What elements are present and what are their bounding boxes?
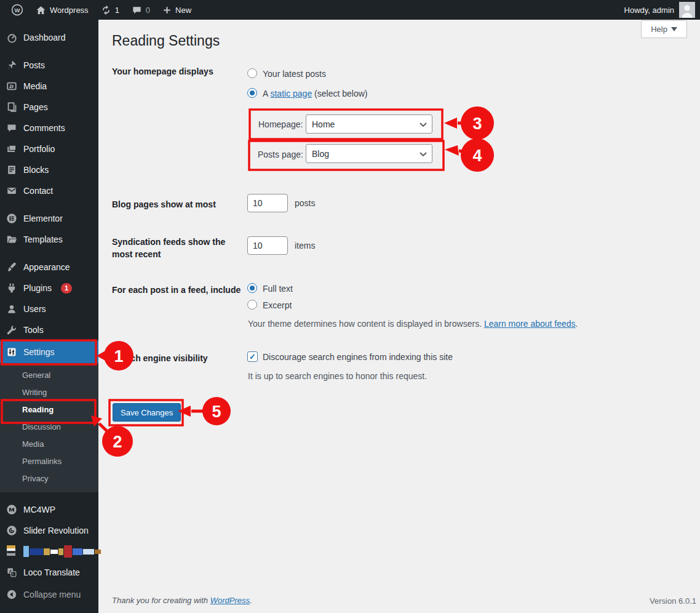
static-prefix: A — [263, 89, 270, 98]
sidebar-item-label: Slider Revolution — [23, 526, 89, 535]
portfolio-icon — [6, 143, 18, 155]
brush-icon — [6, 261, 18, 273]
sidebar-item-portfolio[interactable]: Portfolio — [0, 138, 98, 159]
sidebar-item-mc4wp[interactable]: MC4WP — [0, 499, 98, 520]
comment-bubble-icon — [132, 5, 142, 15]
dashboard-icon — [6, 31, 18, 44]
posts-page-select[interactable]: Blog — [306, 144, 432, 163]
updates-icon — [101, 5, 111, 15]
collapse-menu-button[interactable]: Collapse menu — [0, 584, 98, 605]
homepage-displays-label: Your homepage displays — [112, 65, 213, 78]
help-button[interactable]: Help — [641, 20, 687, 38]
sidebar-item-users[interactable]: Users — [0, 298, 98, 319]
posts-page-select-label: Posts page: — [258, 150, 303, 159]
learn-more-feeds-link[interactable]: Learn more about feeds — [484, 319, 576, 329]
site-name-menu[interactable]: Wordpress — [30, 0, 95, 20]
comments-count: 0 — [146, 6, 150, 15]
sidebar-item-label: Posts — [23, 60, 45, 70]
sidebar-item-dashboard[interactable]: Dashboard — [0, 27, 98, 48]
envelope-icon — [6, 185, 18, 197]
blog-pages-label: Blog pages show at most — [112, 198, 216, 210]
sidebar-item-posts[interactable]: Posts — [0, 55, 98, 76]
sidebar-item-label: Templates — [23, 234, 63, 244]
save-changes-button[interactable]: Save Changes — [113, 403, 181, 422]
annotation-number-4: 4 — [472, 146, 482, 165]
updates-indicator[interactable]: 1 — [95, 0, 125, 20]
pages-icon — [6, 101, 18, 113]
help-label: Help — [651, 25, 667, 34]
blog-pages-input[interactable] — [247, 194, 288, 212]
sidebar-item-contact[interactable]: Contact — [0, 180, 98, 201]
admin-bar: W Wordpress 1 0 — [0, 0, 700, 20]
plugins-update-badge: 1 — [61, 283, 72, 294]
wordpress-admin-screen: W Wordpress 1 0 — [0, 0, 700, 613]
syndication-input[interactable] — [247, 236, 288, 255]
static-page-link[interactable]: static page — [270, 89, 312, 98]
visibility-label: Search engine visibility — [112, 352, 208, 364]
annotation-arrowhead-3 — [444, 118, 457, 129]
sidebar-item-slider-revolution[interactable]: Slider Revolution — [0, 520, 98, 541]
wordpress-logo-icon: W — [11, 4, 23, 16]
feed-note-text: Your theme determines how content is dis… — [248, 319, 484, 329]
sidebar-item-settings[interactable]: Settings — [0, 340, 98, 363]
comments-indicator[interactable]: 0 — [125, 0, 156, 20]
excerpt-label[interactable]: Excerpt — [263, 300, 292, 310]
sidebar-item-plugins[interactable]: Plugins 1 — [0, 278, 98, 298]
plugin-icon — [6, 282, 18, 294]
pushpin-icon — [6, 59, 18, 71]
sidebar-item-label: Dashboard — [23, 33, 66, 42]
submenu-item-permalinks[interactable]: Permalinks — [0, 453, 98, 470]
sidebar-item-loco-translate[interactable]: At Loco Translate — [0, 562, 98, 583]
thanks-prefix: Thank you for creating with — [112, 596, 210, 605]
static-page-label: A static page (select below) — [263, 89, 367, 98]
new-label: New — [175, 6, 191, 15]
sidebar-item-label: Settings — [23, 347, 55, 357]
new-content-menu[interactable]: New — [156, 0, 197, 20]
sidebar-item-label: Tools — [23, 325, 44, 335]
submenu-item-media[interactable]: Media — [0, 436, 98, 453]
sidebar-item-tools[interactable]: Tools — [0, 319, 98, 340]
static-page-radio[interactable] — [247, 88, 257, 98]
elementor-icon — [6, 212, 18, 225]
full-text-radio[interactable] — [247, 283, 257, 293]
full-text-label[interactable]: Full text — [263, 284, 293, 294]
submenu-item-reading[interactable]: Reading — [0, 401, 98, 419]
howdy-text[interactable]: Howdy, admin — [624, 6, 674, 15]
svg-text:t: t — [12, 572, 14, 576]
sidebar-item-unknown-plugin[interactable] — [0, 541, 98, 562]
sidebar-item-label: Elementor — [23, 214, 63, 223]
excerpt-radio[interactable] — [247, 300, 257, 310]
wp-logo[interactable]: W — [5, 0, 30, 20]
submenu-item-general[interactable]: General — [0, 367, 98, 384]
avatar[interactable] — [679, 2, 695, 18]
page-title: Reading Settings — [112, 33, 220, 49]
sidebar-item-label: Users — [23, 304, 46, 314]
posts-page-select-value: Blog — [312, 149, 329, 159]
user-icon — [6, 303, 18, 315]
sidebar-item-templates[interactable]: Templates — [0, 229, 98, 250]
latest-posts-label[interactable]: Your latest posts — [263, 69, 326, 79]
folder-icon — [6, 233, 18, 246]
sidebar-item-elementor[interactable]: Elementor — [0, 208, 98, 229]
sidebar-item-appearance[interactable]: Appearance — [0, 257, 98, 278]
wordpress-footer-link[interactable]: WordPress — [210, 596, 250, 605]
latest-posts-radio[interactable] — [247, 68, 257, 78]
glitched-icon — [6, 545, 18, 558]
sidebar-item-pages[interactable]: Pages — [0, 97, 98, 118]
plus-icon — [162, 6, 172, 15]
annotation-circle-4 — [461, 138, 494, 172]
submenu-item-discussion[interactable]: Discussion — [0, 419, 98, 436]
sidebar-item-label: Blocks — [23, 165, 49, 175]
sidebar-item-comments[interactable]: Comments — [0, 118, 98, 138]
discourage-checkbox[interactable] — [247, 351, 258, 362]
items-suffix: items — [295, 241, 315, 250]
version-text: Version 6.0.1 — [650, 596, 696, 606]
sidebar-item-media[interactable]: Media — [0, 76, 98, 97]
submenu-item-privacy[interactable]: Privacy — [0, 470, 98, 487]
homepage-select[interactable]: Home — [306, 114, 432, 134]
sidebar-item-blocks[interactable]: Blocks — [0, 159, 98, 180]
homepage-select-label: Homepage: — [258, 119, 303, 129]
submenu-item-writing[interactable]: Writing — [0, 384, 98, 401]
media-icon — [6, 80, 18, 92]
discourage-label[interactable]: Discourage search engines from indexing … — [263, 352, 453, 362]
